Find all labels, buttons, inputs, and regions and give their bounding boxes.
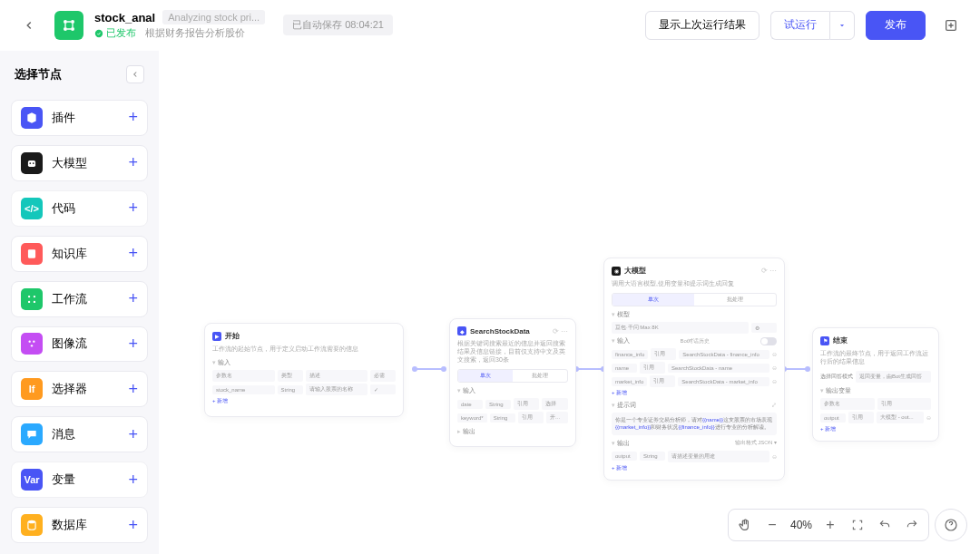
test-run-split-button[interactable]: 试运行 [770, 11, 855, 40]
mode-tabs[interactable]: 单次 批处理 [612, 293, 777, 306]
svg-rect-6 [28, 160, 35, 167]
add-icon[interactable]: + [128, 289, 138, 308]
app-hint: Analyzing stock pri... [162, 10, 265, 24]
svg-point-16 [31, 345, 33, 347]
sidebar-item-selector[interactable]: If 选择器 + [11, 371, 148, 407]
app-icon [54, 11, 83, 40]
zoom-toolbar: − 40% + [728, 509, 929, 541]
sidebar-item-label: 图像流 [52, 335, 119, 352]
app-subtitle: 根据财务报告分析股价 [145, 26, 245, 40]
undo-button[interactable] [872, 512, 897, 538]
sidebar-item-variable[interactable]: Var 变量 + [11, 462, 148, 498]
flow-node-search[interactable]: ◆ SearchStockData ⟳ ⋯ 根据关键词搜索最近的信息并返回搜索结… [449, 318, 576, 447]
message-icon [21, 423, 43, 445]
sidebar-item-message[interactable]: 消息 + [11, 416, 148, 452]
node-title: 大模型 [624, 266, 646, 276]
edge [576, 368, 603, 370]
sidebar-item-label: 大模型 [52, 155, 119, 171]
node-actions[interactable]: ⟳ ⋯ [761, 267, 777, 275]
edge [415, 368, 444, 370]
test-run-button[interactable]: 试运行 [770, 11, 829, 40]
show-last-run-button[interactable]: 显示上次运行结果 [645, 11, 760, 40]
robot-icon: ◉ [612, 267, 621, 276]
add-output-button[interactable]: + 新增 [820, 425, 931, 433]
hand-tool-button[interactable] [732, 512, 758, 538]
sidebar-item-llm[interactable]: 大模型 + [11, 145, 148, 181]
add-icon[interactable]: + [128, 471, 138, 490]
workflow-icon [21, 288, 43, 310]
help-button[interactable] [935, 509, 967, 541]
zoom-out-button[interactable]: − [760, 512, 785, 538]
add-icon[interactable]: + [128, 199, 138, 218]
flow-node-llm[interactable]: ◉ 大模型 ⟳ ⋯ 调用大语言模型,使用变量和提示词生成回复 单次 批处理 ▾模… [603, 258, 785, 481]
node-desc: 根据关键词搜索最近的信息并返回搜索结果及信息链接，目前仅支持中文及英文搜索，返回… [457, 339, 568, 364]
cube-icon [21, 107, 43, 129]
sidebar-item-label: 消息 [52, 426, 119, 442]
add-icon[interactable]: + [128, 153, 138, 172]
node-actions[interactable]: ⟳ ⋯ [553, 327, 568, 335]
sidebar-item-workflow[interactable]: 工作流 + [11, 281, 148, 317]
cube-icon: ◆ [457, 326, 466, 335]
app-info: stock_anal Analyzing stock pri... 已发布 根据… [94, 10, 265, 40]
status-badge: 已发布 [94, 26, 136, 40]
svg-point-13 [34, 300, 35, 302]
sidebar-item-knowledge[interactable]: 知识库 + [11, 236, 148, 272]
publish-button[interactable]: 发布 [866, 11, 926, 40]
canvas[interactable]: ▶ 开始 工作流的起始节点，用于定义启动工作流需要的信息 ▾输入 参数名 类型 … [159, 51, 980, 554]
mode-tabs[interactable]: 单次 批处理 [457, 369, 568, 383]
collapse-sidebar-button[interactable] [126, 65, 144, 83]
svg-point-3 [71, 27, 74, 31]
sidebar-item-label: 插件 [52, 110, 119, 126]
test-run-caret[interactable] [829, 11, 855, 40]
svg-point-7 [29, 162, 31, 164]
sidebar-item-code[interactable]: </> 代码 + [11, 190, 148, 227]
fit-button[interactable] [845, 512, 870, 538]
add-icon[interactable]: + [128, 108, 138, 127]
edge [784, 368, 808, 370]
add-input-button[interactable]: + 新增 [612, 389, 777, 397]
add-icon[interactable]: + [128, 244, 138, 263]
sidebar-item-plugin[interactable]: 插件 + [11, 100, 148, 136]
svg-point-14 [29, 341, 31, 343]
sidebar-item-label: 数据库 [52, 517, 119, 533]
node-desc: 工作流的起始节点，用于定义启动工作流需要的信息 [212, 345, 396, 353]
svg-rect-9 [28, 249, 35, 258]
image-icon [21, 333, 43, 355]
node-title: SearchStockData [470, 327, 530, 335]
add-icon[interactable]: + [128, 516, 138, 535]
var-icon: Var [21, 469, 43, 491]
svg-point-8 [33, 162, 34, 164]
add-param-button[interactable]: + 新增 [212, 397, 396, 405]
autosave-label: 已自动保存 08:04:21 [283, 15, 393, 35]
sidebar-item-label: 选择器 [52, 381, 119, 397]
add-output-button[interactable]: + 新增 [612, 464, 777, 472]
code-icon: </> [21, 198, 43, 219]
more-icon-button[interactable] [936, 11, 965, 40]
zoom-in-button[interactable]: + [818, 512, 843, 538]
app-title: stock_anal [94, 11, 155, 24]
flow-node-end[interactable]: ⚑ 结束 工作流的最终节点，用于返回工作流运行后的结果信息 选择回答模式 返回变… [812, 327, 939, 442]
sidebar-item-label: 变量 [52, 471, 119, 488]
svg-point-11 [34, 295, 35, 296]
zoom-label: 40% [787, 519, 816, 531]
back-button[interactable] [15, 11, 44, 40]
flow-node-start[interactable]: ▶ 开始 工作流的起始节点，用于定义启动工作流需要的信息 ▾输入 参数名 类型 … [204, 323, 404, 417]
sidebar-item-database[interactable]: 数据库 + [11, 507, 148, 543]
redo-button[interactable] [899, 512, 925, 538]
sidebar-item-imageflow[interactable]: 图像流 + [11, 326, 148, 363]
prompt-textarea[interactable]: 你是一个专业证券交易分析师，请对{{name}}这支股票的市场表现{{marke… [612, 413, 777, 435]
node-desc: 调用大语言模型,使用变量和提示词生成回复 [612, 279, 777, 287]
bot-history-toggle[interactable] [760, 337, 777, 345]
svg-point-12 [28, 300, 30, 302]
sidebar-item-label: 工作流 [52, 291, 119, 307]
svg-point-15 [33, 341, 34, 343]
add-icon[interactable]: + [128, 425, 138, 444]
add-icon[interactable]: + [128, 335, 138, 354]
add-icon[interactable]: + [128, 380, 138, 399]
svg-point-17 [28, 520, 35, 524]
node-title: 结束 [833, 335, 848, 345]
svg-point-0 [64, 20, 67, 24]
database-icon [21, 514, 43, 536]
play-icon: ▶ [212, 332, 221, 341]
if-icon: If [21, 378, 43, 400]
